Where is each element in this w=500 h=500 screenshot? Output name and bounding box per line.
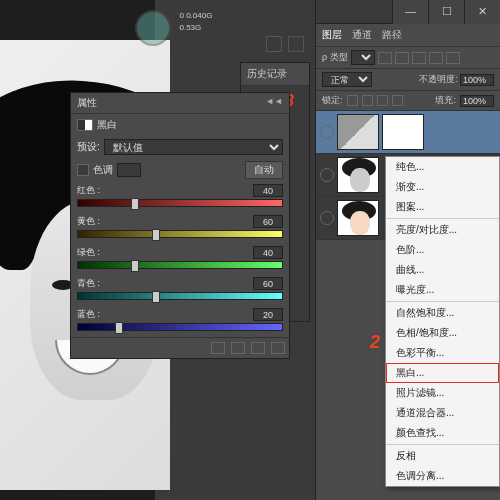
annotation-2: 2 <box>370 332 380 353</box>
kind-filter[interactable] <box>351 50 375 65</box>
lock-all-icon[interactable] <box>392 95 403 106</box>
adjustment-title: 黑白 <box>97 118 117 132</box>
lock-label: 锁定: <box>322 94 343 107</box>
lock-position-icon[interactable] <box>377 95 388 106</box>
slider-thumb[interactable] <box>152 229 160 241</box>
minimize-button[interactable]: — <box>392 0 428 24</box>
filter-smart-icon[interactable] <box>446 52 460 64</box>
layer-thumb-mask[interactable] <box>382 114 424 150</box>
fill-label: 填充: <box>435 94 456 107</box>
color-label: 红色 : <box>77 184 100 197</box>
history-title: 历史记录 <box>241 63 309 86</box>
menu-item[interactable]: 曲线... <box>386 260 499 280</box>
filter-shape-icon[interactable] <box>429 52 443 64</box>
color-value-input[interactable] <box>253 277 283 290</box>
menu-item[interactable]: 颜色查找... <box>386 423 499 443</box>
tint-swatch[interactable] <box>117 163 141 177</box>
menu-separator <box>386 301 499 302</box>
menu-item[interactable]: 通道混合器... <box>386 403 499 423</box>
menu-item[interactable]: 色调分离... <box>386 466 499 486</box>
color-value-input[interactable] <box>253 308 283 321</box>
menu-item[interactable]: 色彩平衡... <box>386 343 499 363</box>
properties-panel: 属性 ◄◄ 黑白 预设: 默认值 色调 自动 红色 : <box>70 92 290 359</box>
preset-label: 预设: <box>77 140 100 154</box>
tool-icon[interactable] <box>266 36 282 52</box>
adjustment-layer-menu: 纯色...渐变...图案...亮度/对比度...色阶...曲线...曝光度...… <box>385 156 500 487</box>
color-slider[interactable] <box>77 323 283 331</box>
color-value-input[interactable] <box>253 184 283 197</box>
visibility-icon[interactable] <box>251 342 265 354</box>
collapse-arrows-icon[interactable]: ◄◄ <box>265 96 283 110</box>
layer-thumb-adjustment[interactable] <box>337 114 379 150</box>
slider-thumb[interactable] <box>115 322 123 334</box>
lock-pixels-icon[interactable] <box>362 95 373 106</box>
layer-row[interactable] <box>316 111 500 154</box>
color-value-input[interactable] <box>253 215 283 228</box>
tint-checkbox[interactable] <box>77 164 89 176</box>
tab-paths[interactable]: 路径 <box>382 28 402 42</box>
menu-separator <box>386 444 499 445</box>
tab-channels[interactable]: 通道 <box>352 28 372 42</box>
layer-thumb-image[interactable] <box>337 200 379 236</box>
slider-thumb[interactable] <box>152 291 160 303</box>
eye-icon[interactable] <box>320 211 334 225</box>
color-label: 蓝色 : <box>77 308 100 321</box>
menu-item[interactable]: 黑白... <box>386 363 499 383</box>
color-slider[interactable] <box>77 199 283 207</box>
kind-label: ρ 类型 <box>322 51 348 64</box>
window-controls: — ☐ ✕ <box>316 0 500 24</box>
color-value-input[interactable] <box>253 246 283 259</box>
maximize-button[interactable]: ☐ <box>428 0 464 24</box>
top-status: 0 0.040G 0.53G <box>135 10 212 50</box>
layer-thumb-image[interactable] <box>337 157 379 193</box>
tool-icon[interactable] <box>288 36 304 52</box>
menu-separator <box>386 218 499 219</box>
top-toolbar-icons <box>265 36 305 56</box>
color-label: 黄色 : <box>77 215 100 228</box>
color-label: 绿色 : <box>77 246 100 259</box>
lock-transparency-icon[interactable] <box>347 95 358 106</box>
black-white-icon <box>77 119 93 131</box>
eye-icon[interactable] <box>320 125 334 139</box>
slider-thumb[interactable] <box>131 198 139 210</box>
menu-item[interactable]: 照片滤镜... <box>386 383 499 403</box>
close-button[interactable]: ✕ <box>464 0 500 24</box>
filter-adjust-icon[interactable] <box>395 52 409 64</box>
eye-icon[interactable] <box>320 168 334 182</box>
tint-label: 色调 <box>93 163 113 177</box>
menu-item[interactable]: 亮度/对比度... <box>386 220 499 240</box>
auto-button[interactable]: 自动 <box>245 161 283 179</box>
slider-thumb[interactable] <box>131 260 139 272</box>
footer-icon[interactable] <box>211 342 225 354</box>
menu-item[interactable]: 自然饱和度... <box>386 303 499 323</box>
trash-icon[interactable] <box>271 342 285 354</box>
menu-item[interactable]: 曝光度... <box>386 280 499 300</box>
tab-layers[interactable]: 图层 <box>322 28 342 42</box>
preset-select[interactable]: 默认值 <box>104 139 283 155</box>
blend-mode-select[interactable]: 正常 <box>322 72 372 87</box>
opacity-value[interactable]: 100% <box>460 74 494 86</box>
color-label: 青色 : <box>77 277 100 290</box>
color-slider[interactable] <box>77 292 283 300</box>
menu-item[interactable]: 渐变... <box>386 177 499 197</box>
filter-text-icon[interactable] <box>412 52 426 64</box>
reset-icon[interactable] <box>231 342 245 354</box>
stat-line-1: 0 0.040G <box>179 10 212 22</box>
opacity-label: 不透明度: <box>419 73 458 86</box>
filter-image-icon[interactable] <box>378 52 392 64</box>
menu-item[interactable]: 色相/饱和度... <box>386 323 499 343</box>
fill-value[interactable]: 100% <box>460 95 494 107</box>
stat-line-2: 0.53G <box>179 22 212 34</box>
properties-tab[interactable]: 属性 <box>77 96 97 110</box>
color-slider[interactable] <box>77 230 283 238</box>
layers-tabs: 图层 通道 路径 <box>316 24 500 47</box>
menu-item[interactable]: 纯色... <box>386 157 499 177</box>
menu-item[interactable]: 色阶... <box>386 240 499 260</box>
color-slider[interactable] <box>77 261 283 269</box>
menu-item[interactable]: 反相 <box>386 446 499 466</box>
menu-item[interactable]: 图案... <box>386 197 499 217</box>
